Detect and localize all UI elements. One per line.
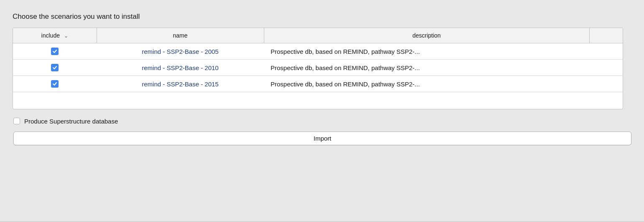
extra-cell — [589, 76, 623, 92]
scenarios-table: include ⌄ name description remind - SSP2… — [13, 28, 623, 109]
scenario-name[interactable]: remind - SSP2-Base - 2005 — [142, 48, 218, 55]
page-title: Choose the scenarios you want to install — [13, 13, 631, 21]
table-header-row: include ⌄ name description — [13, 28, 623, 43]
scenario-description-cell: Prospective db, based on REMIND, pathway… — [264, 60, 589, 76]
table-row: remind - SSP2-Base - 2015Prospective db,… — [13, 76, 623, 92]
scenario-description-cell: Prospective db, based on REMIND, pathway… — [264, 76, 589, 92]
scenarios-table-container: include ⌄ name description remind - SSP2… — [13, 28, 623, 109]
scenario-name-cell: remind - SSP2-Base - 2005 — [97, 43, 264, 60]
chevron-down-icon: ⌄ — [64, 33, 68, 39]
empty-cell — [13, 92, 623, 109]
description-column-header: description — [264, 28, 589, 43]
row-checkbox-2[interactable] — [51, 80, 59, 88]
scenario-name-cell: remind - SSP2-Base - 2010 — [97, 60, 264, 76]
superstructure-checkbox[interactable] — [13, 118, 20, 124]
include-cell — [13, 76, 97, 92]
table-row: remind - SSP2-Base - 2005Prospective db,… — [13, 43, 623, 60]
extra-cell — [589, 43, 623, 60]
include-cell — [13, 60, 97, 76]
scenario-description-cell: Prospective db, based on REMIND, pathway… — [264, 43, 589, 60]
extra-cell — [589, 60, 623, 76]
extra-column-header — [589, 28, 623, 43]
superstructure-row: Produce Superstructure database — [13, 118, 631, 125]
scenario-name[interactable]: remind - SSP2-Base - 2010 — [142, 64, 218, 71]
table-row: remind - SSP2-Base - 2010Prospective db,… — [13, 60, 623, 76]
row-checkbox-1[interactable] — [51, 64, 59, 71]
include-cell — [13, 43, 97, 60]
scenario-name[interactable]: remind - SSP2-Base - 2015 — [142, 81, 218, 88]
include-column-header[interactable]: include ⌄ — [13, 28, 97, 43]
import-button[interactable]: Import — [13, 131, 631, 145]
superstructure-label: Produce Superstructure database — [24, 118, 118, 125]
empty-row — [13, 92, 623, 109]
name-column-header: name — [97, 28, 264, 43]
bottom-section: Produce Superstructure database Import — [13, 118, 631, 145]
row-checkbox-0[interactable] — [51, 48, 59, 55]
scenario-name-cell: remind - SSP2-Base - 2015 — [97, 76, 264, 92]
